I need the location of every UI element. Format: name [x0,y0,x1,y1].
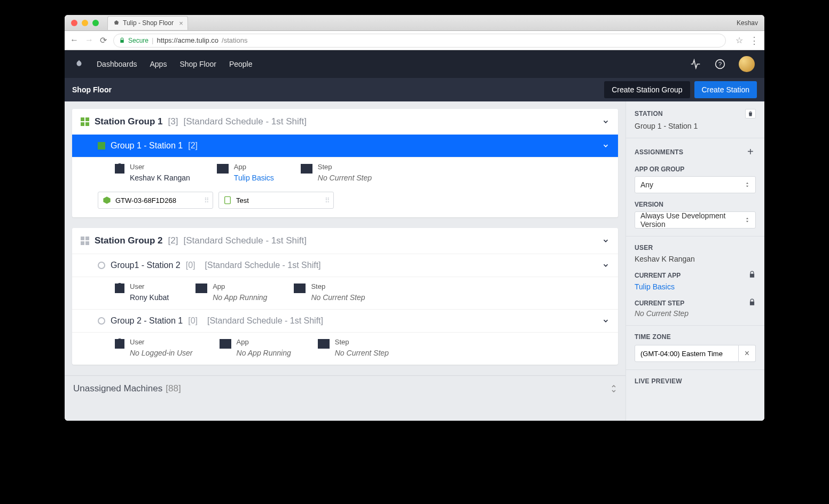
detail-user-value: Rony Kubat [130,293,169,302]
nav-people[interactable]: People [229,60,253,68]
page-title: Shop Floor [72,85,112,94]
station-group-card: Station Group 2 [2] [Standard Schedule -… [72,228,618,365]
user-icon [115,284,124,293]
top-nav: Dashboards Apps Shop Floor People ? [65,50,764,78]
detail-step-value: No Current Step [311,293,365,302]
panel-user-section: USER Keshav K Rangan CURRENT APP Tulip B… [626,237,764,326]
user-icon [115,339,124,349]
svg-rect-3 [225,196,231,203]
forward-button: → [85,35,93,45]
group-count: [3] [168,116,178,127]
create-station-group-button[interactable]: Create Station Group [604,81,690,98]
detail-app-value[interactable]: Tulip Basics [234,174,274,182]
address-field[interactable]: Secure | https://acme.tulip.co/stations [113,34,726,48]
unassigned-machines-row[interactable]: Unassigned Machines [88] [65,375,625,401]
minimize-window[interactable] [82,20,88,26]
nav-apps[interactable]: Apps [150,60,167,68]
station-group-card: Station Group 1 [3] [Standard Schedule -… [72,109,618,217]
panel-timezone-header: TIME ZONE [635,333,671,341]
station-row[interactable]: Group 1 - Station 1 [2] [72,135,618,157]
detail-step-value: No Current Step [318,174,372,182]
panel-version-label: VERSION [635,201,756,208]
chevron-down-icon[interactable] [602,237,609,245]
panel-assignments-header: ASSIGNMENTS [635,148,683,156]
device-chip[interactable]: Test ⠿ [218,192,334,209]
back-button[interactable]: ← [70,35,79,45]
detail-user-value: Keshav K Rangan [130,174,190,182]
detail-user-label: User [130,282,169,290]
station-status-icon [98,317,105,325]
chevron-down-icon[interactable] [602,262,609,269]
chevron-down-icon[interactable] [602,317,609,325]
create-station-button[interactable]: Create Station [694,81,757,98]
detail-step-value: No Current Step [335,349,389,357]
lock-icon [748,298,756,306]
detail-step-label: Step [335,338,389,346]
station-count: [2] [188,141,198,151]
timezone-clear-button[interactable]: × [739,345,756,362]
panel-current-app-link[interactable]: Tulip Basics [635,282,756,291]
browser-window: Tulip - Shop Floor × Keshav ← → ⟳ Secure… [65,15,764,421]
maximize-window[interactable] [92,20,99,26]
device-chip[interactable]: GTW-03-68F1D268 ⠿ [98,192,213,209]
svg-text:?: ? [718,60,722,67]
drag-grip-icon[interactable]: ⠿ [204,196,208,204]
detail-step-label: Step [311,282,365,290]
url-bar: ← → ⟳ Secure | https://acme.tulip.co/sta… [65,31,764,50]
caret-updown-icon [745,181,750,188]
lock-icon [748,271,756,278]
browser-profile-name[interactable]: Keshav [737,19,758,27]
activity-icon[interactable] [690,58,701,70]
station-row[interactable]: Group1 - Station 2 [0] [Standard Schedul… [72,254,618,277]
panel-app-or-group-label: APP OR GROUP [635,166,756,173]
station-detail: User No Logged-in User App No App Runnin… [72,332,618,365]
detail-user-value: No Logged-in User [130,349,193,357]
close-window[interactable] [71,20,77,26]
station-status-icon [98,142,105,149]
device-chips: GTW-03-68F1D268 ⠿ Test ⠿ [72,190,618,217]
tulip-favicon-icon [113,20,120,26]
titlebar: Tulip - Shop Floor × Keshav [65,15,764,31]
drag-grip-icon[interactable]: ⠿ [325,196,329,204]
panel-timezone-section: TIME ZONE (GMT-04:00) Eastern Time × [626,326,764,370]
secure-label: Secure [128,37,148,44]
tab-close-icon[interactable]: × [179,19,183,27]
station-group-header[interactable]: Station Group 1 [3] [Standard Schedule -… [72,109,618,135]
app-icon [195,284,207,293]
sub-bar: Shop Floor Create Station Group Create S… [65,78,764,101]
browser-menu-icon[interactable]: ⋮ [749,35,759,46]
tulip-logo-icon[interactable] [74,59,84,69]
step-icon [301,164,312,174]
app-or-group-select[interactable]: Any [635,176,756,193]
reload-button[interactable]: ⟳ [100,35,107,45]
browser-tab[interactable]: Tulip - Shop Floor × [107,16,188,30]
select-value: Any [640,180,653,189]
user-avatar[interactable] [739,56,755,72]
station-row[interactable]: Group 2 - Station 1 [0] [Standard Schedu… [72,309,618,332]
timezone-select[interactable]: (GMT-04:00) Eastern Time [635,345,739,362]
version-select[interactable]: Always Use Development Version [635,211,756,229]
group-name: Station Group 2 [95,235,163,246]
svg-marker-2 [103,196,110,203]
user-icon [115,164,124,174]
nav-dashboards[interactable]: Dashboards [97,60,137,68]
station-group-header[interactable]: Station Group 2 [2] [Standard Schedule -… [72,228,618,254]
delete-icon[interactable] [745,109,756,119]
bookmark-icon[interactable]: ☆ [736,35,743,45]
chevron-down-icon[interactable] [602,118,609,125]
app-root: Dashboards Apps Shop Floor People ? Shop… [65,50,764,421]
group-count: [2] [168,235,178,246]
window-controls [71,20,99,26]
panel-live-preview-header: LIVE PREVIEW [635,377,682,385]
add-icon[interactable]: + [745,146,756,158]
help-icon[interactable]: ? [714,58,726,70]
detail-step-label: Step [318,163,372,171]
sort-updown-icon[interactable] [611,384,617,393]
station-detail: User Rony Kubat App No App Running [72,277,618,309]
chevron-down-icon[interactable] [602,142,609,149]
nav-shop-floor[interactable]: Shop Floor [179,60,216,68]
panel-station-section: STATION Group 1 - Station 1 [626,101,764,138]
caret-updown-icon [745,216,750,224]
detail-app-value: No App Running [213,293,267,302]
tablet-icon [223,196,232,204]
